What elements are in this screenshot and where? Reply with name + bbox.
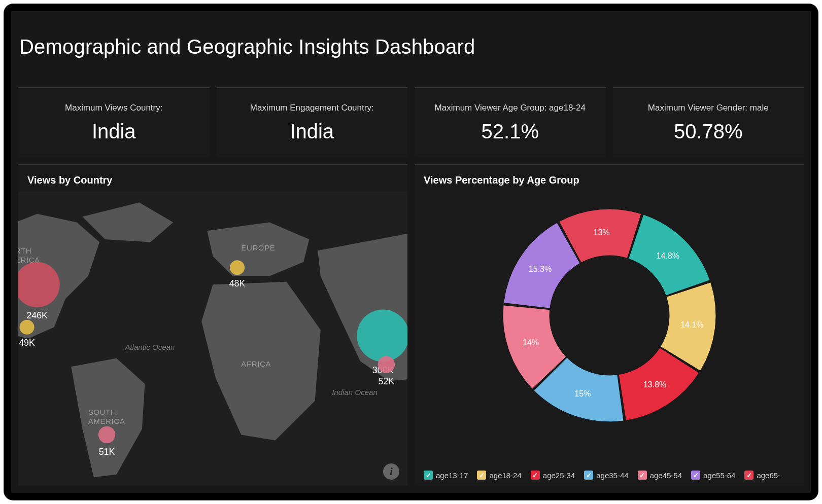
legend-label: age13-17 bbox=[436, 471, 468, 480]
stat-value: 52.1% bbox=[482, 120, 539, 143]
donut-slice-label: 14.1% bbox=[680, 320, 703, 329]
label-indian-ocean: Indian Ocean bbox=[332, 388, 378, 397]
donut-chart[interactable]: 14.8%14.1%13.8%15%14%15.3%13% bbox=[472, 196, 746, 440]
legend-item[interactable]: age13-17 bbox=[424, 471, 468, 480]
stat-max-age-group: Maximum Viewer Age Group: age18-24 52.1% bbox=[415, 87, 606, 157]
legend-item[interactable]: age55-64 bbox=[691, 471, 735, 480]
legend-item[interactable]: age25-34 bbox=[531, 471, 575, 480]
donut-slice-label: 13.8% bbox=[643, 380, 666, 389]
legend-label: age25-34 bbox=[543, 471, 575, 480]
donut-slice-label: 13% bbox=[593, 228, 609, 237]
donut-slice-label: 15.3% bbox=[528, 265, 551, 273]
donut-slice-label: 14.8% bbox=[656, 251, 679, 260]
label-africa: AFRICA bbox=[241, 359, 271, 368]
label-europe: EUROPE bbox=[241, 243, 275, 252]
panel-title: Views by Country bbox=[18, 165, 407, 191]
legend-swatch bbox=[531, 471, 540, 480]
legend-item[interactable]: age45-54 bbox=[638, 471, 682, 480]
page-title: Demographic and Geographic Insights Dash… bbox=[19, 35, 475, 58]
map-bubble-label: 246K bbox=[26, 310, 48, 320]
legend-item[interactable]: age35-44 bbox=[584, 471, 628, 480]
stat-label: Maximum Engagement Country: bbox=[250, 103, 374, 113]
legend-label: age18-24 bbox=[489, 471, 521, 480]
panel-views-by-country: Views by Country NORTH AMERICA bbox=[18, 164, 407, 486]
map-bubble[interactable] bbox=[19, 320, 34, 335]
info-icon[interactable]: i bbox=[383, 463, 399, 480]
map-bubble-label: 49K bbox=[19, 338, 35, 348]
legend-label: age65- bbox=[757, 471, 780, 480]
map-bubble-label: 48K bbox=[229, 278, 246, 289]
map-bubble[interactable] bbox=[98, 426, 116, 444]
legend-swatch bbox=[744, 471, 754, 480]
stat-max-engagement-country: Maximum Engagement Country: India bbox=[217, 87, 408, 157]
legend-swatch bbox=[584, 471, 593, 480]
legend-item[interactable]: age65- bbox=[744, 471, 780, 480]
stats-row: Maximum Views Country: India Maximum Eng… bbox=[18, 87, 804, 157]
stat-label: Maximum Views Country: bbox=[65, 103, 162, 113]
stat-max-views-country: Maximum Views Country: India bbox=[18, 87, 210, 157]
legend-swatch bbox=[477, 471, 486, 480]
panel-title: Views Percentage by Age Group bbox=[415, 165, 804, 191]
donut-slice-label: 14% bbox=[522, 338, 538, 347]
legend-label: age45-54 bbox=[650, 471, 682, 480]
map-bubble[interactable] bbox=[357, 310, 407, 362]
map-bubble-label: 51K bbox=[99, 447, 115, 457]
donut-legend: age13-17age18-24age25-34age35-44age45-54… bbox=[415, 467, 804, 486]
donut-slice-label: 15% bbox=[574, 389, 591, 398]
map-bubble[interactable] bbox=[230, 260, 245, 275]
legend-swatch bbox=[638, 471, 647, 480]
world-map[interactable]: NORTH AMERICA SOUTH AMERICA EUROPE AFRIC… bbox=[18, 191, 407, 486]
legend-item[interactable]: age18-24 bbox=[477, 471, 521, 480]
stat-value: India bbox=[290, 120, 334, 143]
legend-label: age35-44 bbox=[596, 471, 628, 480]
legend-swatch bbox=[691, 471, 700, 480]
legend-swatch bbox=[424, 471, 433, 480]
legend-label: age55-64 bbox=[703, 471, 735, 480]
stat-label: Maximum Viewer Age Group: age18-24 bbox=[435, 103, 586, 113]
panel-views-by-age: Views Percentage by Age Group 14.8%14.1%… bbox=[415, 164, 804, 486]
stat-label: Maximum Viewer Gender: male bbox=[648, 103, 769, 113]
label-atlantic-ocean: Atlantic Ocean bbox=[124, 343, 175, 351]
stat-value: 50.78% bbox=[674, 120, 743, 143]
map-bubble-label: 52K bbox=[379, 376, 395, 386]
map-bubble[interactable] bbox=[378, 356, 395, 373]
stat-value: India bbox=[92, 120, 136, 143]
stat-max-gender: Maximum Viewer Gender: male 50.78% bbox=[613, 87, 804, 157]
